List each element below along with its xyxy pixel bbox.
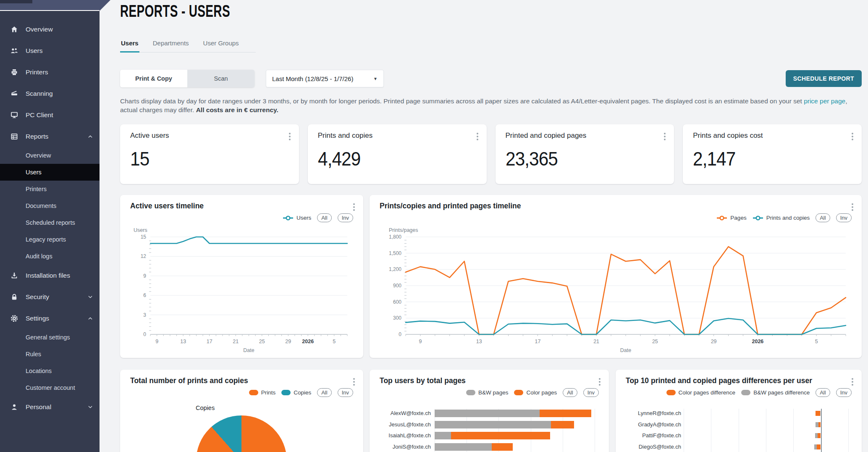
sidebar-item-installation-files[interactable]: Installation files bbox=[0, 265, 100, 286]
bar-row-label: AlexW@foxte.ch bbox=[374, 410, 431, 416]
tab-users[interactable]: Users bbox=[120, 36, 139, 53]
sidebar-item-security[interactable]: Security bbox=[0, 286, 100, 307]
sidebar-item-label: PC Client bbox=[26, 111, 93, 119]
legend-pill-inv[interactable]: Inv bbox=[338, 388, 353, 397]
svg-text:17: 17 bbox=[207, 339, 212, 344]
legend-pill-inv[interactable]: Inv bbox=[836, 213, 852, 222]
stat-card-value: 2,147 bbox=[693, 147, 735, 170]
legend-pill-inv[interactable]: Inv bbox=[338, 213, 353, 222]
toggle-print-copy[interactable]: Print & Copy bbox=[120, 70, 187, 87]
svg-text:15: 15 bbox=[141, 234, 147, 240]
bar-segment-color bbox=[551, 421, 574, 428]
legend-item-prints-and-copies[interactable]: Prints and copies bbox=[753, 215, 810, 221]
bar-segment-color bbox=[818, 422, 821, 427]
kebab-menu-icon[interactable] bbox=[351, 202, 357, 213]
legend-item-b-w-pages-difference[interactable]: B&W pages difference bbox=[741, 389, 810, 396]
legend-item-users[interactable]: Users bbox=[283, 215, 311, 221]
svg-text:12: 12 bbox=[141, 253, 147, 259]
chart-legend: Color pages differenceB&W pages differen… bbox=[666, 388, 852, 397]
monitor-icon bbox=[10, 111, 18, 119]
card-pages-timeline: Prints/copies and printed pages timeline… bbox=[370, 195, 862, 358]
kebab-menu-icon[interactable] bbox=[662, 131, 667, 142]
bar-segment-bw bbox=[815, 433, 818, 438]
chart-legend: B&W pagesColor pagesAllInv bbox=[466, 388, 599, 397]
legend-label: Copies bbox=[294, 389, 311, 396]
logo-notch bbox=[0, 0, 32, 3]
sidebar-item-personal[interactable]: Personal bbox=[0, 396, 100, 418]
tab-departments[interactable]: Departments bbox=[152, 36, 190, 52]
svg-text:29: 29 bbox=[285, 339, 291, 344]
sidebar-subitem-rules[interactable]: Rules bbox=[0, 346, 100, 363]
sidebar-subitem-overview[interactable]: Overview bbox=[0, 147, 100, 164]
legend-label: Prints bbox=[261, 389, 276, 396]
legend-pill-all[interactable]: All bbox=[317, 213, 331, 222]
stat-card-active-users: Active users 15 bbox=[120, 124, 299, 184]
sidebar-subitem-customer-account[interactable]: Customer account bbox=[0, 379, 100, 396]
sidebar-subitem-legacy-reports[interactable]: Legacy reports bbox=[0, 231, 100, 248]
chart-title: Top users by total pages bbox=[380, 376, 466, 385]
stat-card-value: 15 bbox=[130, 147, 149, 170]
sidebar-item-label: Printers bbox=[26, 68, 93, 76]
legend-item-pages[interactable]: Pages bbox=[716, 215, 746, 221]
sidebar-item-printers[interactable]: Printers bbox=[0, 61, 100, 83]
kebab-menu-icon[interactable] bbox=[287, 131, 292, 142]
legend-pill-all[interactable]: All bbox=[317, 388, 331, 397]
sidebar-item-label: Personal bbox=[26, 403, 88, 411]
chevron-down-icon: ▼ bbox=[373, 76, 378, 81]
sidebar-item-label: Settings bbox=[26, 315, 88, 322]
legend-label: B&W pages bbox=[478, 389, 508, 396]
sidebar-item-scanning[interactable]: Scanning bbox=[0, 83, 100, 104]
tab-user-groups[interactable]: User Groups bbox=[202, 36, 240, 52]
stat-card-prints-and-copies: Prints and copies 4,429 bbox=[308, 124, 487, 184]
bar-row-label: PattiF@foxte.ch bbox=[620, 432, 681, 439]
legend-item-prints[interactable]: Prints bbox=[249, 389, 276, 396]
kebab-menu-icon[interactable] bbox=[850, 131, 855, 142]
card-top-users-by-pages: AlexW@foxte.chJesusL@foxte.chIsaiahL@fox… bbox=[370, 370, 609, 452]
sidebar-subitem-audit-logs[interactable]: Audit logs bbox=[0, 248, 100, 265]
sidebar-item-settings[interactable]: Settings bbox=[0, 307, 100, 329]
sidebar-subitem-general-settings[interactable]: General settings bbox=[0, 329, 100, 346]
legend-swatch bbox=[249, 390, 258, 395]
legend-pill-all[interactable]: All bbox=[816, 388, 830, 397]
sidebar-subitem-scheduled-reports[interactable]: Scheduled reports bbox=[0, 214, 100, 231]
bar-segment-color bbox=[816, 411, 820, 416]
svg-text:1,500: 1,500 bbox=[389, 250, 401, 256]
svg-text:3: 3 bbox=[143, 312, 146, 318]
bar-segment-color bbox=[818, 433, 821, 438]
charts-info-note: Charts display data by day for date rang… bbox=[120, 97, 855, 114]
card-active-users-timeline: Active users timeline UsersAllInv Users0… bbox=[120, 195, 363, 358]
legend-pill-inv[interactable]: Inv bbox=[583, 388, 599, 397]
stat-card-title: Prints and copies cost bbox=[693, 131, 763, 140]
legend-pill-inv[interactable]: Inv bbox=[836, 388, 852, 397]
legend-pill-all[interactable]: All bbox=[816, 213, 830, 222]
kebab-menu-icon[interactable] bbox=[351, 376, 357, 387]
sidebar-item-pc-client[interactable]: PC Client bbox=[0, 104, 100, 126]
schedule-report-button[interactable]: SCHEDULE REPORT bbox=[786, 70, 862, 87]
kebab-menu-icon[interactable] bbox=[850, 202, 855, 213]
stat-card-value: 4,429 bbox=[318, 147, 360, 170]
kebab-menu-icon[interactable] bbox=[597, 376, 602, 387]
chart-legend: PagesPrints and copiesAllInv bbox=[716, 213, 852, 222]
svg-text:29: 29 bbox=[711, 339, 717, 344]
sidebar-item-reports[interactable]: Reports bbox=[0, 126, 100, 147]
svg-text:9: 9 bbox=[143, 273, 146, 279]
sidebar-subitem-locations[interactable]: Locations bbox=[0, 363, 100, 379]
legend-item-copies[interactable]: Copies bbox=[281, 389, 311, 396]
sidebar-subitem-users[interactable]: Users bbox=[0, 164, 100, 181]
kebab-menu-icon[interactable] bbox=[850, 376, 855, 387]
legend-item-color-pages[interactable]: Color pages bbox=[514, 389, 557, 396]
sidebar-subitem-documents[interactable]: Documents bbox=[0, 197, 100, 214]
legend-item-b-w-pages[interactable]: B&W pages bbox=[466, 389, 508, 396]
kebab-menu-icon[interactable] bbox=[475, 131, 480, 142]
legend-pill-all[interactable]: All bbox=[563, 388, 577, 397]
toggle-scan[interactable]: Scan bbox=[187, 70, 254, 87]
tab-bar: Users Departments User Groups bbox=[120, 36, 256, 53]
sidebar-subitem-printers[interactable]: Printers bbox=[0, 181, 100, 197]
card-total-prints-copies: Copies Total number of prints and copies… bbox=[120, 370, 363, 452]
period-select[interactable]: Last Month (12/8/25 - 1/7/26) ▼ bbox=[266, 70, 384, 87]
legend-item-color-pages-difference[interactable]: Color pages difference bbox=[666, 389, 736, 396]
sidebar-item-overview[interactable]: Overview bbox=[0, 18, 100, 40]
sidebar-item-users[interactable]: Users bbox=[0, 40, 100, 61]
bar-segment-bw bbox=[435, 410, 540, 417]
price-per-page-link[interactable]: price per page bbox=[804, 97, 845, 105]
